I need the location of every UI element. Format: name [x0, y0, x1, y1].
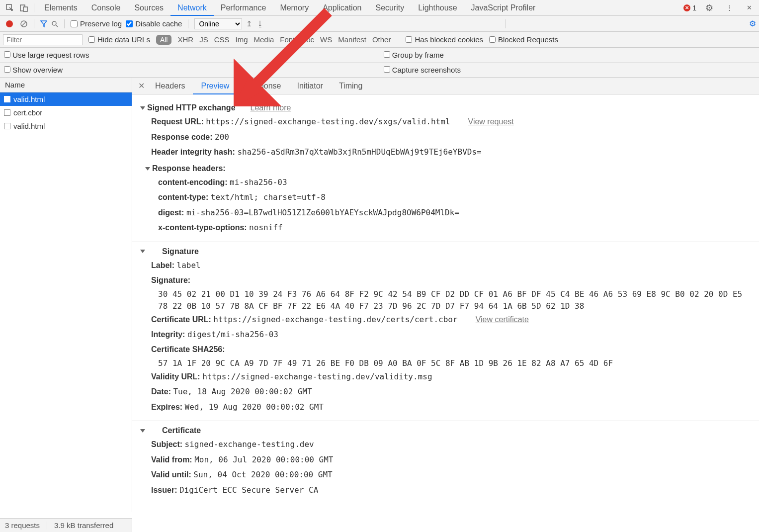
tab-sources[interactable]: Sources — [127, 0, 170, 16]
file-icon — [4, 96, 10, 102]
detail-tabbar: ✕ HeadersPreviewResponseInitiatorTiming — [132, 78, 759, 94]
close-detail-icon[interactable]: ✕ — [135, 81, 147, 90]
capture-screenshots-checkbox[interactable]: Capture screenshots — [384, 66, 461, 74]
learn-more-link[interactable]: Learn more — [251, 101, 291, 114]
tab-console[interactable]: Console — [84, 0, 128, 16]
valid-from-value: Mon, 06 Jul 2020 00:00:00 GMT — [194, 455, 333, 464]
section-signature: Signature Label: label Signature: 30 45 … — [132, 242, 759, 422]
disclosure-triangle-icon[interactable] — [145, 167, 150, 171]
detail-tab-timing[interactable]: Timing — [331, 78, 370, 94]
cert-sha256-value: 57 1A 1F 20 9C CA A9 7D 7F 49 71 26 BE F… — [158, 357, 751, 369]
group-by-frame-checkbox[interactable]: Group by frame — [384, 51, 444, 59]
request-row[interactable]: cert.cbor — [0, 106, 132, 119]
error-count-badge[interactable]: ✕1 — [683, 4, 696, 12]
response-headers-title: Response headers: — [152, 164, 226, 173]
integrity-key: Integrity: — [151, 330, 185, 339]
filter-input[interactable] — [3, 34, 83, 45]
record-button[interactable] — [6, 20, 13, 27]
integrity-value: digest/mi-sha256-03 — [187, 330, 278, 339]
label-key: Label: — [151, 261, 174, 269]
response-header-row: digest: mi-sha256-03=LB7wdlHO51Z1Ze600lb… — [158, 205, 751, 220]
request-url-value: https://signed-exchange-testing.dev/sxgs… — [206, 117, 450, 126]
search-icon[interactable] — [51, 20, 58, 27]
tab-security[interactable]: Security — [368, 0, 411, 16]
close-icon[interactable]: ✕ — [744, 3, 754, 13]
tab-lighthouse[interactable]: Lighthouse — [411, 0, 464, 16]
has-blocked-cookies-checkbox[interactable]: Has blocked cookies — [406, 35, 483, 44]
upload-icon[interactable]: ↥ — [246, 19, 253, 28]
clear-icon[interactable] — [20, 20, 28, 28]
large-rows-checkbox[interactable]: Use large request rows — [4, 51, 89, 59]
header-key: content-type: — [158, 193, 208, 201]
validity-url-value: https://signed-exchange-testing.dev/vali… — [202, 372, 432, 381]
tab-memory[interactable]: Memory — [273, 0, 316, 16]
header-integrity-key: Header integrity hash: — [151, 148, 235, 156]
disable-cache-checkbox[interactable]: Disable cache — [126, 19, 182, 28]
expires-key: Expires: — [151, 403, 182, 411]
view-request-link[interactable]: View request — [468, 117, 514, 126]
detail-tab-headers[interactable]: Headers — [147, 78, 193, 94]
filter-types: XHRJSCSSImgMediaFontDocWSManifestOther — [177, 35, 391, 44]
header-value: nosniff — [249, 223, 282, 232]
header-value: mi-sha256-03 — [230, 177, 287, 187]
inspect-icon[interactable] — [5, 3, 15, 13]
detail-tab-preview[interactable]: Preview — [193, 78, 237, 94]
filter-icon[interactable] — [40, 20, 47, 27]
request-name: valid.html — [13, 95, 45, 103]
request-list: Name valid.htmlcert.cborvalid.html — [0, 78, 132, 512]
filter-type-js[interactable]: JS — [199, 35, 208, 44]
blocked-requests-checkbox[interactable]: Blocked Requests — [489, 35, 558, 44]
signature-title: Signature — [162, 245, 199, 258]
preserve-log-checkbox[interactable]: Preserve log — [71, 19, 122, 28]
tab-application[interactable]: Application — [316, 0, 368, 16]
network-settings-icon[interactable]: ⚙ — [749, 19, 756, 28]
tab-javascript-profiler[interactable]: JavaScript Profiler — [464, 0, 543, 16]
tab-container: ElementsConsoleSourcesNetworkPerformance… — [37, 0, 542, 16]
filter-type-doc[interactable]: Doc — [301, 35, 314, 44]
header-key: content-encoding: — [158, 178, 228, 186]
kebab-icon[interactable]: ⋮ — [724, 3, 734, 13]
disclosure-triangle-icon[interactable] — [140, 106, 145, 110]
download-icon[interactable]: ⭳ — [256, 19, 264, 28]
divider — [47, 522, 47, 530]
tab-network[interactable]: Network — [170, 0, 214, 16]
tab-performance[interactable]: Performance — [214, 0, 273, 16]
filter-type-ws[interactable]: WS — [320, 35, 332, 44]
valid-from-key: Valid from: — [151, 455, 192, 464]
disclosure-triangle-icon[interactable] — [140, 250, 145, 253]
show-overview-checkbox[interactable]: Show overview — [4, 66, 63, 74]
status-transferred: 3.9 kB transferred — [54, 521, 113, 530]
throttling-select[interactable]: Online — [194, 18, 242, 29]
filter-type-css[interactable]: CSS — [214, 35, 230, 44]
detail-tab-initiator[interactable]: Initiator — [289, 78, 331, 94]
filter-type-manifest[interactable]: Manifest — [338, 35, 366, 44]
gear-icon[interactable]: ⚙ — [704, 3, 714, 13]
capture-ss-label: Capture screenshots — [392, 66, 461, 74]
tab-elements[interactable]: Elements — [37, 0, 84, 16]
view-certificate-link[interactable]: View certificate — [476, 315, 529, 324]
filter-type-other[interactable]: Other — [372, 35, 391, 44]
hide-data-urls-checkbox[interactable]: Hide data URLs — [88, 35, 150, 44]
filter-type-all[interactable]: All — [156, 35, 172, 45]
header-value: text/html; charset=utf-8 — [211, 192, 326, 202]
section-certificate: Certificate Subject: signed-exchange-tes… — [132, 421, 759, 504]
disclosure-triangle-icon[interactable] — [140, 429, 145, 433]
request-row[interactable]: valid.html — [0, 92, 132, 106]
disable-cache-label: Disable cache — [135, 19, 182, 28]
filter-type-img[interactable]: Img — [235, 35, 248, 44]
status-requests: 3 requests — [5, 521, 40, 530]
request-row[interactable]: valid.html — [0, 119, 132, 133]
divider — [64, 19, 65, 28]
detail-tab-response[interactable]: Response — [237, 78, 289, 94]
device-toggle-icon[interactable] — [19, 3, 29, 13]
certificate-title: Certificate — [162, 424, 201, 437]
group-frame-label: Group by frame — [392, 51, 444, 59]
filter-type-xhr[interactable]: XHR — [177, 35, 193, 44]
header-value: mi-sha256-03=LB7wdlHO51Z1Ze600lbYAEYsckW… — [186, 208, 459, 217]
signature-key: Signature: — [151, 276, 190, 284]
valid-until-value: Sun, 04 Oct 2020 00:00:00 GMT — [193, 470, 332, 479]
date-value: Tue, 18 Aug 2020 00:00:02 GMT — [173, 387, 312, 396]
filter-type-font[interactable]: Font — [280, 35, 295, 44]
filter-type-media[interactable]: Media — [254, 35, 274, 44]
blocked-requests-label: Blocked Requests — [498, 35, 558, 44]
